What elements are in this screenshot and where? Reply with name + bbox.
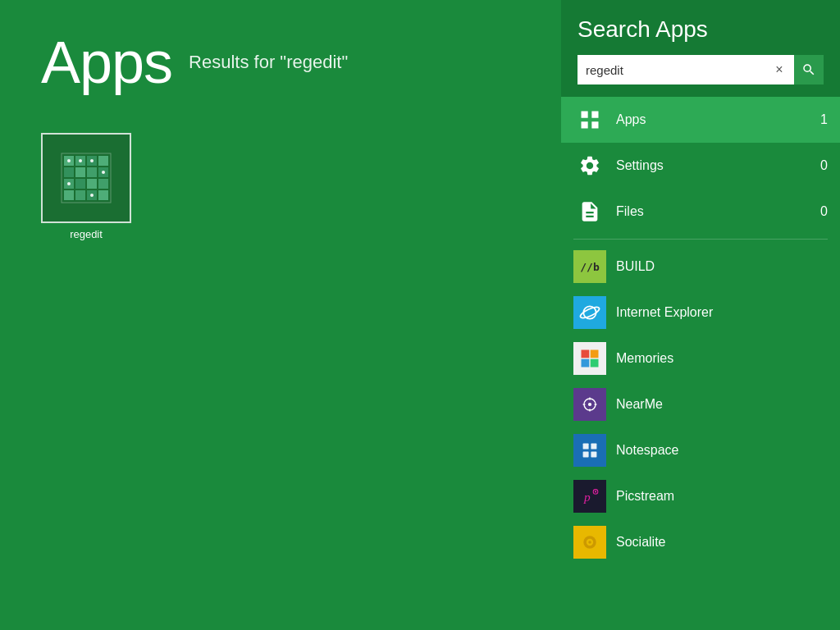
app-tile-label: regedit [70,228,103,240]
files-category-icon [573,195,606,228]
sidebar-item-ie[interactable]: Internet Explorer [561,290,840,336]
category-item-apps[interactable]: Apps 1 [561,97,840,143]
search-panel-title: Search Apps [578,16,824,43]
socialite-icon [573,526,606,559]
sidebar-item-notespace[interactable]: Notespace [561,427,840,473]
memories-icon [573,342,606,375]
svg-rect-39 [583,444,589,450]
build-label: BUILD [616,259,828,274]
app-tile-icon [41,133,131,223]
build-icon: //b [573,250,606,283]
main-content: Apps Results for "regedit" [0,0,561,630]
picstream-svg-icon: p [578,485,601,508]
svg-rect-16 [98,190,108,200]
settings-category-label: Settings [616,158,820,173]
grid-icon [578,108,601,131]
gear-icon [578,154,601,177]
category-item-settings[interactable]: Settings 0 [561,143,840,189]
svg-text:p: p [583,490,591,504]
notespace-icon [573,434,606,467]
svg-rect-27 [582,350,590,358]
svg-point-21 [67,182,71,185]
nearme-icon [573,388,606,421]
svg-point-33 [588,403,591,406]
svg-rect-38 [578,439,601,462]
svg-rect-13 [64,190,74,200]
memories-label: Memories [616,351,828,366]
category-item-files[interactable]: Files 0 [561,189,840,235]
ie-label: Internet Explorer [616,305,828,320]
svg-rect-23 [578,301,601,324]
category-list: Apps 1 Settings 0 Files 0 [561,97,840,565]
apps-header-row: Apps Results for "regedit" [41,33,520,100]
svg-rect-14 [75,190,85,200]
svg-rect-28 [591,350,599,358]
svg-point-22 [90,194,94,197]
sidebar-item-build[interactable]: //b BUILD [561,244,840,290]
socialite-svg-icon [578,531,601,554]
svg-rect-41 [583,451,589,457]
svg-rect-11 [87,179,97,189]
nearme-label: NearMe [616,397,828,412]
sidebar-item-socialite[interactable]: Socialite [561,519,840,565]
notespace-svg-icon [578,439,601,462]
ie-icon [573,296,606,329]
nearme-svg-icon [578,393,601,416]
search-input[interactable] [578,55,765,84]
ie-svg-icon [578,301,601,324]
svg-rect-12 [98,179,108,189]
search-clear-button[interactable]: × [765,55,794,84]
app-tile-regedit[interactable]: regedit [41,133,131,240]
notespace-label: Notespace [616,443,828,458]
file-icon [578,200,601,223]
svg-point-50 [588,541,591,544]
sidebar-divider [573,239,828,240]
svg-rect-10 [75,179,85,189]
apps-category-count: 1 [820,112,828,127]
svg-point-18 [79,159,82,162]
apps-category-icon [573,103,606,136]
apps-category-label: Apps [616,112,820,127]
search-header: Search Apps × [561,0,840,97]
svg-rect-4 [98,156,108,166]
results-subtitle: Results for "regedit" [189,52,348,73]
picstream-icon: p [573,480,606,513]
svg-point-46 [595,491,596,492]
svg-point-20 [102,171,105,174]
svg-rect-7 [87,167,97,177]
picstream-label: Picstream [616,489,828,504]
socialite-label: Socialite [616,535,828,550]
sidebar-item-nearme[interactable]: NearMe [561,381,840,427]
svg-rect-29 [582,359,590,368]
files-category-label: Files [616,204,820,219]
svg-rect-6 [75,167,85,177]
search-go-button[interactable] [794,55,824,84]
svg-rect-5 [64,167,74,177]
svg-rect-30 [591,359,599,368]
svg-point-19 [90,159,94,162]
svg-rect-40 [591,444,596,450]
settings-category-icon [573,149,606,182]
sidebar-item-memories[interactable]: Memories [561,336,840,381]
svg-rect-42 [591,451,596,457]
sidebar: Search Apps × Apps 1 [561,0,840,630]
sidebar-item-picstream[interactable]: p Picstream [561,473,840,519]
search-input-row: × [578,55,824,84]
search-icon [801,62,816,77]
memories-svg-icon [578,347,601,370]
apps-title: Apps [41,33,172,92]
regedit-svg-icon [57,149,115,207]
settings-category-count: 0 [820,158,828,173]
svg-point-17 [67,159,71,162]
files-category-count: 0 [820,204,828,219]
